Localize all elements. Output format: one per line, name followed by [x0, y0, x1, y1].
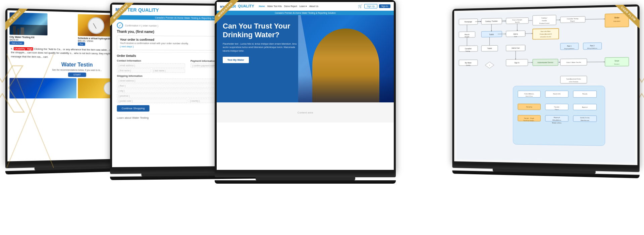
svg-text:Order 1 Water Test Kit: Order 1 Water Test Kit: [566, 61, 581, 63]
svg-text:Quality Country: Quality Country: [580, 117, 589, 119]
svg-text:Toolkit: Toolkit: [487, 48, 492, 49]
svg-text:Search Info: Search Info: [553, 93, 561, 95]
svg-text:Quality: Quality: [466, 64, 471, 66]
svg-text:Test Kit: Test Kit: [515, 21, 520, 23]
svg-text:My Water: My Water: [465, 62, 472, 64]
hp-banner: Canada's Premier At-Home Water Testing &…: [217, 11, 394, 15]
laptop-wireframe-homepage: WIREFRAME MY WTER QUALITY: [215, 0, 396, 184]
nav-learn[interactable]: Learn ▾: [300, 5, 307, 8]
svg-text:Now to the Water: Now to the Water: [541, 31, 551, 33]
svg-text:Part 2: Part 2: [590, 45, 595, 47]
last-name-field: { last name }: [152, 68, 185, 73]
svg-text:Smart: Smart: [614, 60, 619, 62]
svg-text:How to: How to: [465, 34, 470, 36]
svg-text:Sign In: Sign In: [515, 62, 520, 63]
add-to-cart-btn-1[interactable]: Add to Cart: [9, 41, 24, 45]
hero-subtitle: Placeholder text - Luctus felis id, lect…: [223, 42, 302, 53]
bottom-img-1: [9, 78, 76, 98]
svg-text:Testing...: Testing...: [466, 50, 471, 52]
svg-text:Water Account: Water Account: [581, 120, 590, 121]
svg-text:Canadian: Canadian: [465, 48, 472, 50]
svg-text:Sample: Sample: [465, 36, 470, 38]
hero-image: [298, 15, 394, 102]
svg-text:Track Abandoned Orders: Track Abandoned Orders: [566, 79, 581, 80]
svg-text:Cart: Cart: [514, 36, 517, 37]
start-btn[interactable]: START: [68, 73, 86, 77]
main-scene: X X UX AUDIT: [0, 0, 644, 235]
svg-text:Part 1: Part 1: [567, 45, 572, 47]
svg-text:Add to Cart: Add to Cart: [512, 47, 520, 49]
svg-text:Canadian Testing: Canadian Testing: [567, 18, 579, 20]
contact-title: Contact Information: [117, 59, 185, 62]
sign-in-btn[interactable]: Sign In: [379, 4, 390, 8]
svg-text:Shipping Address: Shipping Address: [564, 48, 575, 49]
sign-up-btn[interactable]: Sign Up: [364, 4, 377, 8]
svg-text:Homepage: Homepage: [465, 21, 472, 23]
svg-text:Decision: Decision: [614, 63, 619, 65]
svg-text:Authenticated Service: Authenticated Service: [537, 62, 553, 63]
wireframe-ribbon-checkout: WIREFRAME: [110, 3, 136, 27]
svg-text:Shipping &: Shipping &: [553, 117, 560, 119]
svg-text:Date & Time: Date & Time: [526, 96, 533, 97]
homepage-screen: MY WTER QUALITY Home Water Test Kits Dem…: [217, 2, 394, 170]
continue-shopping-btn[interactable]: Continue Shopping: [117, 105, 149, 111]
svg-text:Add to: Add to: [513, 33, 518, 35]
svg-text:Transfer: Transfer: [554, 106, 560, 108]
svg-text:Billing & Address: Billing & Address: [587, 48, 597, 49]
svg-text:Approve: Approve: [582, 106, 588, 108]
svg-text:?: ?: [489, 65, 490, 66]
svg-text:Results: Results: [582, 93, 587, 95]
wireframe-ribbon-homepage: WIREFRAME: [215, 0, 241, 25]
nav-demo[interactable]: Demo Report: [284, 5, 297, 8]
svg-text:Catalog / Tumbler: Catalog / Tumbler: [485, 20, 498, 22]
svg-text:Select Address: Select Address: [524, 93, 534, 95]
svg-text:Sampling: Sampling: [526, 106, 533, 108]
postal-field: { postal code }: [117, 99, 187, 103]
email-field: { email address }: [117, 63, 185, 68]
svg-text:Toolkit: Toolkit: [489, 34, 494, 36]
svg-text:Product Funnel: Product Funnel: [539, 22, 549, 25]
checkout-logo-quality: QUALITY: [138, 8, 159, 13]
svg-text:Catalog /: Catalog /: [541, 17, 547, 19]
svg-text:Multiple address: Multiple address: [552, 122, 562, 124]
buy-btn[interactable]: Buy: [78, 42, 85, 46]
nav-kits[interactable]: Water Test Kits: [267, 5, 282, 8]
usability-badge: Usability: High: [14, 47, 33, 50]
user-flow-ribbon: USER FLOW: [612, 4, 640, 30]
cart-icon[interactable]: 🛒: [358, 4, 363, 8]
test-water-btn[interactable]: Test My Water: [223, 57, 249, 63]
svg-text:in the Checkout: in the Checkout: [569, 81, 578, 83]
ux-audit-ribbon: UX AUDIT: [5, 8, 30, 31]
svg-text:Test Kit for Simple...: Test Kit for Simple...: [523, 120, 535, 122]
nav-about[interactable]: About Us: [309, 5, 318, 8]
svg-text:Tumbler: Tumbler: [542, 20, 547, 21]
svg-text:Sample - Single: Sample - Single: [524, 117, 534, 119]
first-name-field: { first name }: [117, 68, 151, 73]
laptop-user-flow: USER FLOW Homepage: [452, 4, 639, 178]
svg-text:Product (Animated &: Product (Animated &: [540, 34, 552, 35]
svg-text:informative & order: informative & order: [540, 36, 551, 38]
svg-text:Report: Report: [570, 20, 575, 22]
svg-text:How to Sample: How to Sample: [513, 19, 523, 21]
svg-text:Billing Address: Billing Address: [552, 120, 561, 121]
svg-text:Report: Report: [555, 109, 559, 110]
nav-home[interactable]: Home: [259, 5, 265, 8]
